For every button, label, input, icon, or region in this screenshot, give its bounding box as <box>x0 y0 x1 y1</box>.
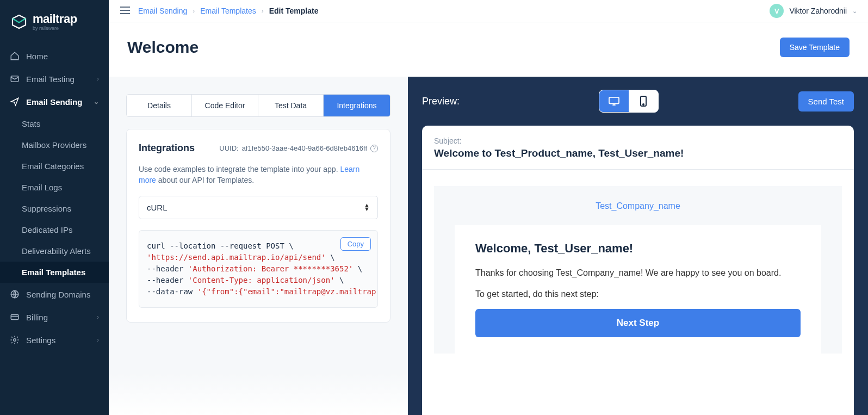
code-line: \ <box>326 253 335 262</box>
breadcrumb-email-sending[interactable]: Email Sending <box>138 7 187 15</box>
code-line: curl --location --request POST \ <box>147 241 294 250</box>
home-icon <box>10 51 20 61</box>
email-inner: Test_Company_name Welcome, Test_User_nam… <box>434 186 842 354</box>
email-paragraph: To get started, do this next step: <box>475 288 801 301</box>
tab-test-data[interactable]: Test Data <box>258 95 324 116</box>
preview-label: Preview: <box>422 96 460 107</box>
nav-home[interactable]: Home <box>0 45 109 67</box>
device-toggle <box>599 90 659 113</box>
svg-point-6 <box>643 104 644 105</box>
nav-settings[interactable]: Settings › <box>0 329 109 351</box>
code-string: 'Authorization: Bearer ********3652' <box>188 264 353 273</box>
page-title: Welcome <box>127 38 199 57</box>
send-icon <box>10 97 20 107</box>
uuid-row: UUID: af1fe550-3aae-4e40-9a66-6d8feb4616… <box>219 144 378 152</box>
code-line: \ <box>335 276 344 284</box>
breadcrumb-email-templates[interactable]: Email Templates <box>200 7 256 15</box>
chevron-down-icon: ⌄ <box>852 8 857 15</box>
code-line: \ <box>353 264 362 273</box>
svg-point-3 <box>14 339 16 342</box>
nav-sending-domains-label: Sending Domains <box>26 290 90 299</box>
nav-sub-email-logs[interactable]: Email Logs <box>0 177 109 198</box>
tabs: Details Code Editor Test Data Integratio… <box>126 94 390 117</box>
chevron-right-icon: › <box>97 75 99 83</box>
select-value: cURL <box>147 203 168 212</box>
globe-icon <box>10 289 20 299</box>
nav-email-testing-label: Email Testing <box>26 75 75 84</box>
svg-rect-4 <box>609 97 619 104</box>
fade-overlay <box>109 371 408 415</box>
card-icon <box>10 312 20 322</box>
nav-sub-email-categories[interactable]: Email Categories <box>0 156 109 177</box>
breadcrumb-sep: › <box>262 7 264 15</box>
desc-part2: about our API for Templates. <box>156 176 254 184</box>
avatar: V <box>770 4 784 18</box>
uuid-label: UUID: <box>219 144 238 152</box>
desc-part1: Use code examples to integrate the templ… <box>139 165 340 174</box>
code-example[interactable]: Copycurl --location --request POST \ 'ht… <box>139 230 378 308</box>
nav-email-sending-label: Email Sending <box>26 97 82 107</box>
topbar: Email Sending › Email Templates › Edit T… <box>109 0 868 22</box>
nav-sub-stats[interactable]: Stats <box>0 113 109 134</box>
page-header: Welcome Save Template <box>109 22 868 77</box>
brand-name: mailtrap <box>33 12 77 26</box>
tab-integrations[interactable]: Integrations <box>324 95 390 116</box>
code-line: --header <box>147 264 188 273</box>
email-card: Welcome, Test_User_name! Thanks for choo… <box>455 225 821 354</box>
mailtrap-logo-icon <box>11 14 27 30</box>
nav-home-label: Home <box>26 52 48 61</box>
email-cta-button[interactable]: Next Step <box>475 309 801 337</box>
preview-toolbar: Preview: Send Test <box>422 90 854 113</box>
inbox-icon <box>10 74 20 84</box>
preview-frame: Subject: Welcome to Test_Product_name, T… <box>422 126 854 415</box>
integrations-description: Use code examples to integrate the templ… <box>139 164 378 186</box>
nav-sub-mailbox-providers[interactable]: Mailbox Providers <box>0 134 109 156</box>
nav-email-testing[interactable]: Email Testing › <box>0 67 109 90</box>
chevron-down-icon: ⌄ <box>94 98 99 106</box>
sidebar-nav: Home Email Testing › Email Sending ⌄ Sta… <box>0 45 109 415</box>
email-heading: Welcome, Test_User_name! <box>475 241 801 256</box>
sidebar: mailtrap by railsware Home Email Testing… <box>0 0 109 415</box>
integrations-heading: Integrations <box>139 143 195 154</box>
code-line: --data-raw <box>147 287 197 296</box>
nav-billing-label: Billing <box>26 313 48 322</box>
language-select[interactable]: cURL ▲▼ <box>139 196 378 219</box>
subject-row: Subject: Welcome to Test_Product_name, T… <box>422 126 854 170</box>
breadcrumbs: Email Sending › Email Templates › Edit T… <box>138 7 319 15</box>
nav-sub-suppressions[interactable]: Suppressions <box>0 198 109 219</box>
nav-sending-domains[interactable]: Sending Domains <box>0 283 109 306</box>
email-company-name: Test_Company_name <box>434 201 842 225</box>
user-name: Viktor Zahorodnii <box>789 7 847 15</box>
copy-button[interactable]: Copy <box>340 237 371 251</box>
nav-sub-dedicated-ips[interactable]: Dedicated IPs <box>0 219 109 240</box>
menu-toggle-icon[interactable] <box>120 6 131 16</box>
desktop-view-button[interactable] <box>599 90 629 112</box>
save-template-button[interactable]: Save Template <box>780 38 850 57</box>
content: Details Code Editor Test Data Integratio… <box>109 77 868 415</box>
user-menu[interactable]: V Viktor Zahorodnii ⌄ <box>770 4 857 18</box>
tab-code-editor[interactable]: Code Editor <box>192 95 258 116</box>
send-test-button[interactable]: Send Test <box>798 91 854 112</box>
code-string: 'https://send.api.mailtrap.io/api/send' <box>147 253 326 262</box>
tab-details[interactable]: Details <box>127 95 192 116</box>
email-body: Test_Company_name Welcome, Test_User_nam… <box>422 170 854 354</box>
chevron-right-icon: › <box>97 313 99 321</box>
subject-text: Welcome to Test_Product_name, Test_User_… <box>434 147 684 159</box>
email-paragraph: Thanks for choosing Test_Company_name! W… <box>475 267 801 280</box>
nav-sub-email-templates[interactable]: Email Templates <box>0 262 109 283</box>
nav-settings-label: Settings <box>26 336 55 345</box>
mobile-view-button[interactable] <box>629 90 658 112</box>
preview-pane: Preview: Send Test Subject: Welc <box>408 77 868 415</box>
gear-icon <box>10 335 20 345</box>
code-string: 'Content-Type: application/json' <box>188 276 335 284</box>
brand-logo[interactable]: mailtrap by railsware <box>0 0 109 45</box>
brand-tagline: by railsware <box>33 26 77 31</box>
svg-rect-2 <box>11 315 18 320</box>
integrations-card: Integrations UUID: af1fe550-3aae-4e40-9a… <box>126 129 390 323</box>
code-line: --header <box>147 276 188 284</box>
nav-billing[interactable]: Billing › <box>0 306 109 329</box>
chevron-right-icon: › <box>97 336 99 344</box>
help-icon[interactable]: ? <box>370 145 378 152</box>
nav-sub-deliverability-alerts[interactable]: Deliverability Alerts <box>0 240 109 262</box>
nav-email-sending[interactable]: Email Sending ⌄ <box>0 90 109 113</box>
